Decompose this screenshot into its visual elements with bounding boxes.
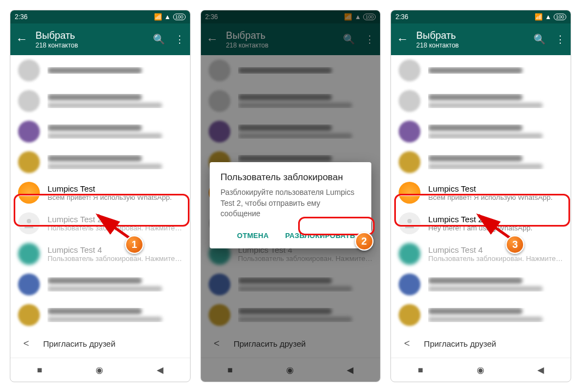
android-nav: ■ ◉ ◀ — [391, 358, 571, 382]
list-item[interactable] — [10, 300, 190, 330]
android-nav: ■ ◉ ◀ — [10, 358, 190, 382]
list-item-lumpics[interactable]: Lumpics Test Всем привет! Я использую Wh… — [10, 177, 190, 208]
unblock-button[interactable]: РАЗБЛОКИРОВАТЬ — [280, 227, 360, 244]
action-label: Пригласить друзей — [424, 339, 496, 348]
svg-point-1 — [407, 219, 412, 223]
list-item[interactable] — [10, 86, 190, 116]
phone-screen-3: 2:36 📶 ▲ 100 ← Выбрать 218 контактов 🔍 ⋮… — [390, 10, 571, 382]
contacts-help[interactable]: ? Помощь с контактами — [391, 357, 571, 358]
wifi-icon: ▲ — [164, 13, 171, 21]
list-item[interactable] — [391, 300, 571, 330]
invite-friends[interactable]: < Пригласить друзей — [391, 330, 571, 357]
signal-icon: 📶 — [535, 13, 543, 21]
list-item-lumpics4[interactable]: Lumpics Test 4 Пользователь заблокирован… — [10, 239, 190, 269]
avatar — [399, 243, 420, 265]
menu-icon[interactable]: ⋮ — [175, 33, 185, 45]
contact-name: Lumpics Test 2 — [428, 215, 563, 224]
list-item-lumpics[interactable]: Lumpics Test Всем привет! Я использую Wh… — [391, 177, 571, 208]
phone-screen-2: 2:36 📶 ▲ 100 ← Выбрать 218 контактов 🔍 ⋮… — [200, 10, 381, 382]
contact-status: Hey there! I am using WhatsApp. — [428, 224, 563, 232]
page-subtitle: 218 контактов — [35, 41, 145, 49]
nav-home-icon[interactable]: ◉ — [96, 365, 103, 375]
search-icon[interactable]: 🔍 — [533, 33, 546, 45]
wifi-icon: ▲ — [545, 13, 552, 21]
battery-icon: 100 — [173, 14, 186, 20]
status-time: 2:36 — [15, 13, 27, 21]
dialog-title: Пользователь заблокирован — [221, 172, 361, 183]
search-icon[interactable]: 🔍 — [153, 33, 165, 45]
dialog-message: Разблокируйте пользователя Lumpics Test … — [221, 187, 361, 219]
contact-status: Пользователь заблокирован. Нажмите, ч... — [48, 254, 182, 263]
back-icon[interactable]: ← — [16, 32, 28, 46]
status-bar: 2:36 📶 ▲ 100 — [10, 10, 190, 23]
list-item[interactable] — [391, 86, 571, 116]
avatar — [399, 212, 420, 234]
title-block: Выбрать 218 контактов — [416, 30, 526, 49]
nav-recent-icon[interactable]: ■ — [418, 365, 423, 375]
page-subtitle: 218 контактов — [416, 41, 526, 49]
list-item[interactable] — [10, 269, 190, 300]
list-item-lumpics2[interactable]: Lumpics Test 2 Hey there! I am using Wha… — [391, 208, 571, 239]
contact-list[interactable]: Lumpics Test Всем привет! Я использую Wh… — [10, 55, 190, 358]
title-block: Выбрать 218 контактов — [35, 30, 145, 49]
status-icons: 📶 ▲ 100 — [154, 13, 186, 21]
contact-name: Lumpics Test 4 — [48, 245, 182, 254]
status-bar: 2:36 📶 ▲ 100 — [391, 10, 571, 23]
contact-status: Всем привет! Я использую WhatsApp. — [428, 193, 563, 201]
list-item[interactable] — [391, 116, 571, 147]
nav-home-icon[interactable]: ◉ — [477, 365, 484, 375]
avatar — [18, 243, 40, 265]
avatar — [18, 212, 40, 234]
contact-status: Пользователь заблокирован. Нажмите, ч... — [48, 224, 182, 232]
contact-status: Всем привет! Я использую WhatsApp. — [48, 193, 182, 201]
list-item[interactable] — [391, 147, 571, 177]
contact-name: Lumpics Test — [428, 184, 563, 193]
menu-icon[interactable]: ⋮ — [555, 33, 565, 45]
contacts-help[interactable]: ? Помощь с контактами — [10, 357, 190, 358]
list-item-lumpics4[interactable]: Lumpics Test 4 Пользователь заблокирован… — [391, 239, 571, 269]
app-bar: ← Выбрать 218 контактов 🔍 ⋮ — [10, 23, 190, 55]
contact-name: Lumpics Test 2 — [48, 215, 182, 224]
status-time: 2:36 — [395, 13, 408, 21]
avatar — [399, 182, 420, 204]
back-icon[interactable]: ← — [396, 32, 408, 46]
list-item[interactable] — [10, 116, 190, 147]
unblock-dialog: Пользователь заблокирован Разблокируйте … — [210, 162, 372, 248]
page-title: Выбрать — [35, 30, 145, 41]
avatar — [18, 182, 40, 204]
contact-list[interactable]: Lumpics Test Всем привет! Я использую Wh… — [391, 55, 571, 358]
page-title: Выбрать — [416, 30, 526, 41]
nav-back-icon[interactable]: ◀ — [157, 365, 163, 375]
nav-back-icon[interactable]: ◀ — [537, 365, 544, 375]
list-item[interactable] — [391, 55, 571, 86]
app-bar: ← Выбрать 218 контактов 🔍 ⋮ — [391, 23, 571, 55]
battery-icon: 100 — [554, 14, 566, 20]
contact-name: Lumpics Test — [48, 184, 182, 193]
list-item[interactable] — [10, 55, 190, 86]
nav-recent-icon[interactable]: ■ — [37, 365, 43, 375]
list-item-lumpics2[interactable]: Lumpics Test 2 Пользователь заблокирован… — [10, 208, 190, 239]
list-item[interactable] — [10, 147, 190, 177]
contact-status: Пользователь заблокирован. Нажмите, ч... — [428, 254, 563, 263]
share-icon: < — [20, 338, 32, 349]
status-icons: 📶 ▲ 100 — [535, 13, 566, 21]
share-icon: < — [401, 338, 413, 349]
invite-friends[interactable]: < Пригласить друзей — [10, 330, 190, 357]
svg-point-0 — [27, 219, 31, 223]
list-item[interactable] — [391, 269, 571, 300]
phone-screen-1: 2:36 📶 ▲ 100 ← Выбрать 218 контактов 🔍 ⋮… — [10, 10, 191, 382]
cancel-button[interactable]: ОТМЕНА — [232, 227, 274, 244]
signal-icon: 📶 — [154, 13, 162, 21]
contact-name: Lumpics Test 4 — [428, 245, 563, 254]
action-label: Пригласить друзей — [43, 339, 115, 348]
